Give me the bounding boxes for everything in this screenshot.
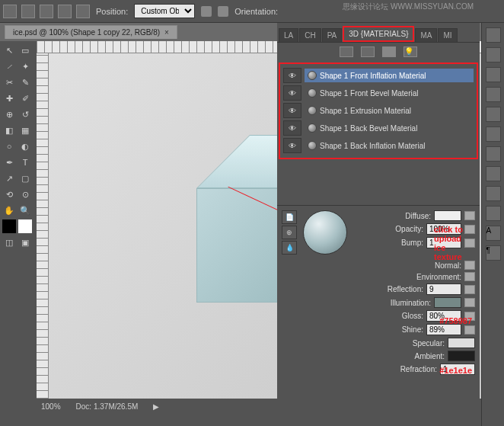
stamp-tool[interactable]: ⊕ bbox=[2, 107, 17, 122]
crop-tool[interactable]: ✂ bbox=[2, 75, 17, 90]
filter-lights-icon[interactable]: 💡 bbox=[404, 46, 417, 57]
gloss-label: Gloss: bbox=[370, 312, 423, 320]
styles-panel-icon[interactable] bbox=[486, 127, 501, 142]
position-select[interactable]: Custom Ob... bbox=[134, 4, 195, 18]
adjustments-panel-icon[interactable] bbox=[486, 166, 501, 181]
material-item-selected[interactable]: Shape 1 Front Inflation Material bbox=[305, 69, 474, 82]
specular-swatch[interactable] bbox=[448, 338, 475, 348]
illumination-texture-icon[interactable] bbox=[464, 298, 475, 307]
info-panel-icon[interactable] bbox=[486, 206, 501, 221]
pen-tool[interactable]: ✒ bbox=[2, 155, 17, 170]
tab-layers[interactable]: LA bbox=[279, 28, 298, 42]
wand-tool[interactable]: ✦ bbox=[18, 59, 33, 74]
swatches-panel-icon[interactable] bbox=[486, 107, 501, 122]
new-material-icon[interactable]: 📄 bbox=[282, 210, 297, 224]
shine-input[interactable] bbox=[426, 324, 461, 335]
environment-texture-icon[interactable] bbox=[464, 272, 475, 281]
material-drop-icon[interactable]: 💧 bbox=[282, 241, 297, 255]
material-row[interactable]: 👁 Shape 1 Extrusion Material bbox=[283, 102, 474, 119]
visibility-icon[interactable]: 👁 bbox=[283, 103, 301, 118]
dock-collapse-icon[interactable] bbox=[486, 27, 501, 43]
type-tool[interactable]: T bbox=[18, 155, 33, 170]
mb-panel-icon[interactable] bbox=[486, 146, 501, 162]
3d-mesh-icon[interactable] bbox=[40, 5, 53, 18]
save-icon[interactable] bbox=[201, 6, 212, 17]
ambient-label: Ambient: bbox=[391, 352, 445, 360]
filter-mesh-icon[interactable] bbox=[361, 46, 375, 57]
reflection-texture-icon[interactable] bbox=[464, 285, 475, 294]
tab-masks[interactable]: MA bbox=[415, 28, 437, 42]
actions-panel-icon[interactable] bbox=[486, 67, 501, 82]
visibility-icon[interactable]: 👁 bbox=[283, 120, 301, 136]
reflection-input[interactable] bbox=[426, 283, 461, 295]
vertical-ruler bbox=[37, 53, 49, 399]
3d-object-icon[interactable] bbox=[3, 5, 17, 18]
shape-tool[interactable]: ▢ bbox=[18, 171, 33, 186]
quickmask-tool[interactable]: ◫ bbox=[2, 235, 17, 250]
material-item[interactable]: Shape 1 Back Bevel Material bbox=[305, 121, 474, 135]
blur-tool[interactable]: ○ bbox=[2, 139, 17, 154]
material-thumb-icon bbox=[308, 106, 317, 115]
material-item[interactable]: Shape 1 Back Inflation Material bbox=[305, 139, 474, 152]
document-tab[interactable]: ice.psd @ 100% (Shape 1 copy 22, RGB/8) … bbox=[5, 25, 177, 39]
gradient-tool[interactable]: ▦ bbox=[18, 123, 33, 138]
filter-materials-icon[interactable] bbox=[382, 46, 396, 57]
bump-label: Bump: bbox=[370, 239, 423, 247]
material-name: Shape 1 Front Bevel Material bbox=[320, 89, 419, 98]
paragraph-panel-icon[interactable]: ¶ bbox=[486, 245, 501, 261]
right-dock: A ¶ bbox=[481, 23, 504, 426]
material-row[interactable]: 👁 Shape 1 Back Inflation Material bbox=[283, 137, 474, 154]
normal-texture-icon[interactable] bbox=[464, 261, 475, 270]
navigator-panel-icon[interactable] bbox=[486, 186, 501, 201]
doc-size: Doc: 1.37M/26.5M bbox=[76, 402, 139, 411]
material-row[interactable]: 👁 Shape 1 Front Inflation Material bbox=[283, 67, 474, 84]
material-row[interactable]: 👁 Shape 1 Back Bevel Material bbox=[283, 120, 474, 136]
material-preview[interactable] bbox=[303, 210, 347, 255]
lasso-tool[interactable]: ⟋ bbox=[2, 59, 17, 74]
material-item[interactable]: Shape 1 Front Bevel Material bbox=[305, 86, 474, 100]
move-tool[interactable]: ↖ bbox=[2, 43, 17, 58]
path-tool[interactable]: ↗ bbox=[2, 171, 17, 186]
ambient-swatch[interactable] bbox=[448, 351, 475, 361]
dodge-tool[interactable]: ◐ bbox=[18, 139, 33, 154]
3d-camera-icon[interactable] bbox=[21, 5, 35, 18]
visibility-icon[interactable]: 👁 bbox=[283, 85, 301, 101]
status-arrow-icon[interactable]: ▶ bbox=[153, 402, 159, 411]
background-color[interactable] bbox=[18, 219, 33, 234]
history-panel-icon[interactable] bbox=[486, 47, 501, 62]
color-panel-icon[interactable] bbox=[486, 87, 501, 102]
close-icon[interactable]: × bbox=[164, 28, 169, 37]
3d-orbit-tool[interactable]: ⊙ bbox=[18, 187, 33, 202]
tab-mini[interactable]: MI bbox=[438, 28, 457, 42]
tab-channels[interactable]: CH bbox=[299, 28, 321, 42]
history-brush-tool[interactable]: ↺ bbox=[18, 107, 33, 122]
3d-light-icon[interactable] bbox=[58, 5, 72, 18]
marquee-tool[interactable]: ▭ bbox=[18, 43, 33, 58]
tab-paths[interactable]: PA bbox=[322, 28, 343, 42]
foreground-color[interactable] bbox=[2, 219, 17, 234]
screenmode-tool[interactable]: ▣ bbox=[18, 235, 33, 250]
zoom-tool[interactable]: 🔍 bbox=[18, 203, 33, 218]
illumination-swatch[interactable] bbox=[434, 297, 461, 308]
material-item[interactable]: Shape 1 Extrusion Material bbox=[305, 104, 474, 117]
eyedropper-tool[interactable]: ✎ bbox=[18, 75, 33, 90]
zoom-level[interactable]: 100% bbox=[41, 402, 61, 411]
visibility-icon[interactable]: 👁 bbox=[283, 68, 301, 83]
filter-scene-icon[interactable] bbox=[340, 46, 353, 57]
material-thumb-icon bbox=[308, 123, 317, 133]
character-panel-icon[interactable]: A bbox=[486, 226, 501, 241]
visibility-icon[interactable]: 👁 bbox=[283, 138, 301, 153]
material-row[interactable]: 👁 Shape 1 Front Bevel Material bbox=[283, 85, 474, 101]
delete-icon[interactable] bbox=[218, 6, 228, 17]
eraser-tool[interactable]: ◧ bbox=[2, 123, 17, 138]
material-picker-icon[interactable]: ⊕ bbox=[282, 226, 297, 239]
3d-scene-icon[interactable] bbox=[76, 5, 90, 18]
healing-tool[interactable]: ✚ bbox=[2, 91, 17, 106]
3d-rotate-tool[interactable]: ⟲ bbox=[2, 187, 17, 202]
tab-3d-materials[interactable]: 3D {MATERIALS} bbox=[343, 26, 414, 42]
diffuse-swatch[interactable] bbox=[434, 210, 461, 221]
shine-texture-icon[interactable] bbox=[464, 325, 475, 335]
brush-tool[interactable]: ✐ bbox=[18, 91, 33, 106]
hand-tool[interactable]: ✋ bbox=[2, 203, 17, 218]
diffuse-texture-icon[interactable] bbox=[464, 211, 475, 220]
